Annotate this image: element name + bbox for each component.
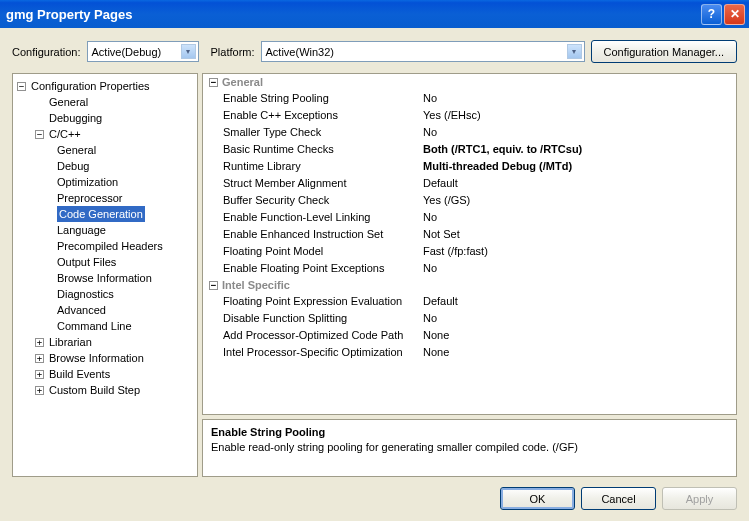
collapse-icon[interactable]: − bbox=[17, 82, 26, 91]
title-bar: gmg Property Pages ? ✕ bbox=[0, 0, 749, 28]
tree-item-ccpp-debug[interactable]: Debug bbox=[57, 158, 197, 174]
expand-icon[interactable]: + bbox=[35, 338, 44, 347]
cancel-button[interactable]: Cancel bbox=[581, 487, 656, 510]
property-value[interactable]: No bbox=[423, 91, 736, 106]
tree-item-debugging[interactable]: Debugging bbox=[35, 110, 197, 126]
property-row[interactable]: Enable String PoolingNo bbox=[203, 90, 736, 107]
property-name: Enable String Pooling bbox=[223, 91, 423, 106]
property-name: Floating Point Model bbox=[223, 244, 423, 259]
tree-root[interactable]: − Configuration Properties bbox=[17, 78, 197, 94]
expand-icon[interactable]: + bbox=[35, 370, 44, 379]
property-row[interactable]: Intel Processor-Specific OptimizationNon… bbox=[203, 344, 736, 361]
tree-item-pch[interactable]: Precompiled Headers bbox=[57, 238, 197, 254]
property-name: Struct Member Alignment bbox=[223, 176, 423, 191]
property-name: Basic Runtime Checks bbox=[223, 142, 423, 157]
property-row[interactable]: Add Processor-Optimized Code PathNone bbox=[203, 327, 736, 344]
property-row[interactable]: Enable Enhanced Instruction SetNot Set bbox=[203, 226, 736, 243]
property-value[interactable]: Fast (/fp:fast) bbox=[423, 244, 736, 259]
property-row[interactable]: Runtime LibraryMulti-threaded Debug (/MT… bbox=[203, 158, 736, 175]
tree-item-ccpp-general[interactable]: General bbox=[57, 142, 197, 158]
property-row[interactable]: Enable Function-Level LinkingNo bbox=[203, 209, 736, 226]
configuration-manager-button[interactable]: Configuration Manager... bbox=[591, 40, 737, 63]
property-row[interactable]: Buffer Security CheckYes (/GS) bbox=[203, 192, 736, 209]
tree-item-optimization[interactable]: Optimization bbox=[57, 174, 197, 190]
chevron-down-icon[interactable]: ▾ bbox=[181, 44, 196, 59]
property-row[interactable]: Floating Point ModelFast (/fp:fast) bbox=[203, 243, 736, 260]
property-value[interactable]: Not Set bbox=[423, 227, 736, 242]
tree-item-ccpp[interactable]: −C/C++ bbox=[35, 126, 197, 142]
description-title: Enable String Pooling bbox=[211, 426, 728, 438]
tree-item-preprocessor[interactable]: Preprocessor bbox=[57, 190, 197, 206]
property-value[interactable]: None bbox=[423, 328, 736, 343]
property-name: Enable Function-Level Linking bbox=[223, 210, 423, 225]
apply-button[interactable]: Apply bbox=[662, 487, 737, 510]
property-name: Add Processor-Optimized Code Path bbox=[223, 328, 423, 343]
tree-item-custombuild[interactable]: +Custom Build Step bbox=[35, 382, 197, 398]
collapse-icon[interactable]: − bbox=[209, 78, 218, 87]
property-name: Runtime Library bbox=[223, 159, 423, 174]
tree-item-cmdline[interactable]: Command Line bbox=[57, 318, 197, 334]
property-value[interactable]: Default bbox=[423, 294, 736, 309]
property-name: Enable Floating Point Exceptions bbox=[223, 261, 423, 276]
property-name: Disable Function Splitting bbox=[223, 311, 423, 326]
tree-item-general[interactable]: General bbox=[35, 94, 197, 110]
tree-item-browseinfo2[interactable]: +Browse Information bbox=[35, 350, 197, 366]
property-value[interactable]: Default bbox=[423, 176, 736, 191]
tree-item-librarian[interactable]: +Librarian bbox=[35, 334, 197, 350]
platform-label: Platform: bbox=[211, 46, 255, 58]
property-value[interactable]: No bbox=[423, 210, 736, 225]
category-intel[interactable]: − Intel Specific bbox=[203, 277, 736, 293]
property-row[interactable]: Smaller Type CheckNo bbox=[203, 124, 736, 141]
tree-item-advanced[interactable]: Advanced bbox=[57, 302, 197, 318]
tree-item-codegen[interactable]: Code Generation bbox=[57, 206, 197, 222]
property-value[interactable]: None bbox=[423, 345, 736, 360]
configuration-value: Active(Debug) bbox=[92, 46, 162, 58]
tree-pane[interactable]: − Configuration Properties General Debug… bbox=[12, 73, 198, 477]
ok-button[interactable]: OK bbox=[500, 487, 575, 510]
configuration-label: Configuration: bbox=[12, 46, 81, 58]
configuration-combo[interactable]: Active(Debug) ▾ bbox=[87, 41, 199, 62]
property-value[interactable]: No bbox=[423, 311, 736, 326]
property-value[interactable]: Yes (/GS) bbox=[423, 193, 736, 208]
tree-item-language[interactable]: Language bbox=[57, 222, 197, 238]
property-value[interactable]: Yes (/EHsc) bbox=[423, 108, 736, 123]
close-icon[interactable]: ✕ bbox=[724, 4, 745, 25]
property-name: Intel Processor-Specific Optimization bbox=[223, 345, 423, 360]
tree-item-buildevents[interactable]: +Build Events bbox=[35, 366, 197, 382]
help-icon[interactable]: ? bbox=[701, 4, 722, 25]
platform-combo[interactable]: Active(Win32) ▾ bbox=[261, 41, 585, 62]
collapse-icon[interactable]: − bbox=[35, 130, 44, 139]
description-body: Enable read-only string pooling for gene… bbox=[211, 441, 728, 453]
property-row[interactable]: Basic Runtime ChecksBoth (/RTC1, equiv. … bbox=[203, 141, 736, 158]
tree-item-outputfiles[interactable]: Output Files bbox=[57, 254, 197, 270]
property-row[interactable]: Enable Floating Point ExceptionsNo bbox=[203, 260, 736, 277]
expand-icon[interactable]: + bbox=[35, 386, 44, 395]
platform-value: Active(Win32) bbox=[266, 46, 334, 58]
expand-icon[interactable]: + bbox=[35, 354, 44, 363]
property-name: Enable Enhanced Instruction Set bbox=[223, 227, 423, 242]
property-row[interactable]: Floating Point Expression EvaluationDefa… bbox=[203, 293, 736, 310]
property-value[interactable]: No bbox=[423, 125, 736, 140]
window-title: gmg Property Pages bbox=[6, 7, 701, 22]
property-name: Smaller Type Check bbox=[223, 125, 423, 140]
description-pane: Enable String Pooling Enable read-only s… bbox=[202, 419, 737, 477]
property-row[interactable]: Disable Function SplittingNo bbox=[203, 310, 736, 327]
property-value[interactable]: Both (/RTC1, equiv. to /RTCsu) bbox=[423, 142, 736, 157]
property-value[interactable]: No bbox=[423, 261, 736, 276]
property-row[interactable]: Enable C++ ExceptionsYes (/EHsc) bbox=[203, 107, 736, 124]
tree-item-browseinfo[interactable]: Browse Information bbox=[57, 270, 197, 286]
property-value[interactable]: Multi-threaded Debug (/MTd) bbox=[423, 159, 736, 174]
tree-item-diagnostics[interactable]: Diagnostics bbox=[57, 286, 197, 302]
property-name: Buffer Security Check bbox=[223, 193, 423, 208]
property-name: Enable C++ Exceptions bbox=[223, 108, 423, 123]
category-general[interactable]: − General bbox=[203, 74, 736, 90]
collapse-icon[interactable]: − bbox=[209, 281, 218, 290]
property-row[interactable]: Struct Member AlignmentDefault bbox=[203, 175, 736, 192]
chevron-down-icon[interactable]: ▾ bbox=[567, 44, 582, 59]
property-name: Floating Point Expression Evaluation bbox=[223, 294, 423, 309]
top-row: Configuration: Active(Debug) ▾ Platform:… bbox=[12, 40, 737, 63]
property-grid[interactable]: − General Enable String PoolingNoEnable … bbox=[202, 73, 737, 415]
